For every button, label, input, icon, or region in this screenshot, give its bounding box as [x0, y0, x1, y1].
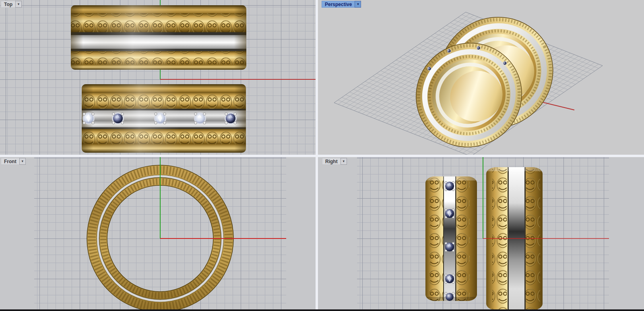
ring-edge-gemset[interactable] [425, 176, 477, 301]
right-view-render [318, 157, 644, 311]
front-view-render [0, 157, 316, 311]
ring-band-plain[interactable] [71, 5, 246, 70]
chevron-down-icon: ▾ [18, 2, 20, 6]
chevron-down-icon: ▾ [357, 2, 359, 6]
viewport-tab-right[interactable]: Right ▾ [322, 158, 347, 165]
viewport-title: Perspective [322, 1, 355, 8]
statusbar-top-edge [0, 309, 644, 311]
ring-band-gemset[interactable] [82, 84, 246, 153]
viewport-front[interactable]: Front ▾ [0, 157, 316, 311]
viewport-menu-button[interactable]: ▾ [15, 1, 22, 8]
chevron-down-icon: ▾ [21, 160, 23, 163]
viewport-menu-button[interactable]: ▾ [355, 1, 361, 8]
viewport-title: Top [1, 1, 15, 8]
chevron-down-icon: ▾ [343, 160, 345, 163]
viewport-top[interactable]: Top ▾ [0, 0, 316, 155]
cad-four-viewport-workspace: Top ▾ [0, 0, 644, 311]
viewport-title: Front [1, 158, 19, 165]
viewport-menu-button[interactable]: ▾ [19, 158, 26, 165]
perspective-view-render [318, 0, 644, 155]
top-view-render [0, 0, 316, 155]
viewport-right[interactable]: Right ▾ [318, 157, 644, 311]
viewport-title: Right [322, 158, 341, 165]
viewport-tab-front[interactable]: Front ▾ [1, 158, 26, 165]
viewport-tab-top[interactable]: Top ▾ [1, 1, 22, 8]
viewport-tab-perspective[interactable]: Perspective ▾ [322, 1, 361, 8]
viewport-menu-button[interactable]: ▾ [341, 158, 347, 165]
viewport-perspective[interactable]: Perspective ▾ [318, 0, 644, 155]
